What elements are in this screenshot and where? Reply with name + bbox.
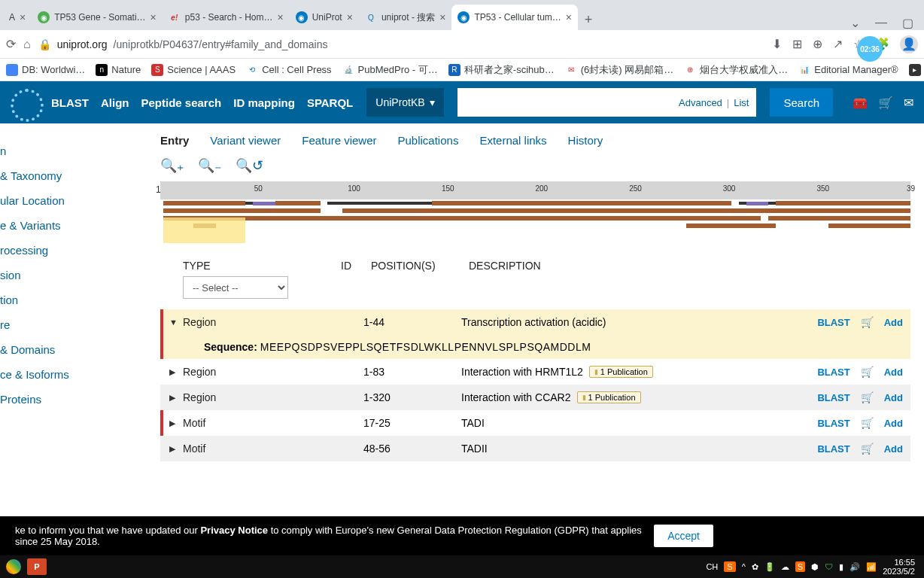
sidebar-item[interactable]: rocessing xyxy=(0,238,147,263)
sidebar-item[interactable]: re xyxy=(0,312,147,337)
volume-icon[interactable]: 🔊 xyxy=(850,562,860,572)
tab-feature-viewer[interactable]: Feature viewer xyxy=(302,134,376,147)
ime-indicator[interactable]: CH xyxy=(706,562,718,571)
table-row[interactable]: ▶ Region 1-320 Interaction with CCAR2 1 … xyxy=(160,385,910,410)
nav-align[interactable]: Align xyxy=(101,96,129,109)
blast-link[interactable]: BLAST xyxy=(817,443,850,455)
close-icon[interactable]: × xyxy=(20,11,26,23)
add-link[interactable]: Add xyxy=(884,418,903,429)
chevron-down-icon[interactable]: ⌄ xyxy=(850,16,860,30)
publication-badge[interactable]: 1 Publication xyxy=(589,366,653,378)
list-link[interactable]: List xyxy=(734,97,749,108)
minimize-icon[interactable]: — xyxy=(875,16,887,30)
blast-link[interactable]: BLAST xyxy=(817,317,850,328)
browser-tab[interactable]: ◉ UniProt × xyxy=(290,5,359,30)
blast-link[interactable]: BLAST xyxy=(817,367,850,378)
bookmark-item[interactable]: nNature xyxy=(96,64,141,76)
nav-peptide[interactable]: Peptide search xyxy=(141,96,222,109)
expand-icon[interactable]: ▶ xyxy=(169,367,183,377)
maximize-icon[interactable]: ▢ xyxy=(902,16,913,30)
sogou-icon[interactable]: S xyxy=(724,561,735,572)
tab-variant-viewer[interactable]: Variant viewer xyxy=(210,134,281,147)
sidebar-item[interactable]: e & Variants xyxy=(0,213,147,238)
uniprot-logo[interactable] xyxy=(11,89,38,116)
sequence-ruler[interactable]: 1 50 100 150 200 250 300 350 39 xyxy=(160,181,910,199)
chrome-app-icon[interactable] xyxy=(6,559,21,574)
basket-icon[interactable]: 🛒 xyxy=(878,96,893,110)
powerpoint-app-icon[interactable]: P xyxy=(27,558,47,575)
add-link[interactable]: Add xyxy=(884,443,903,455)
tray-icon[interactable]: S xyxy=(795,561,805,572)
close-icon[interactable]: × xyxy=(566,11,572,23)
tab-publications[interactable]: Publications xyxy=(398,134,459,147)
tab-entry[interactable]: Entry xyxy=(160,134,189,147)
install-icon[interactable]: ⊞ xyxy=(792,37,802,51)
search-scope-dropdown[interactable]: UniProtKB ▾ xyxy=(366,88,443,117)
profile-icon[interactable]: 👤 xyxy=(900,35,918,53)
browser-tab-active[interactable]: ◉ TP53 - Cellular tum… × xyxy=(451,5,578,30)
chevron-up-icon[interactable]: ^ xyxy=(742,562,746,571)
bookmark-item[interactable]: ▸PubM xyxy=(909,64,924,76)
bookmark-item[interactable]: ✉(6封未读) 网易邮箱… xyxy=(565,63,674,77)
tray-icon[interactable]: ⬢ xyxy=(811,562,819,572)
tray-icon[interactable]: ☁ xyxy=(781,562,789,572)
nav-idmapping[interactable]: ID mapping xyxy=(233,96,295,109)
blast-link[interactable]: BLAST xyxy=(817,418,850,429)
blast-link[interactable]: BLAST xyxy=(817,392,850,403)
home-icon[interactable]: ⌂ xyxy=(23,38,31,51)
publication-badge[interactable]: 1 Publication xyxy=(577,391,641,403)
add-link[interactable]: Add xyxy=(884,367,903,378)
wifi-icon[interactable]: 📶 xyxy=(866,562,877,572)
toolbox-icon[interactable]: 🧰 xyxy=(853,96,868,110)
contact-icon[interactable]: ✉ xyxy=(904,96,913,110)
close-icon[interactable]: × xyxy=(347,11,353,23)
bookmark-item[interactable]: DB: Worldwi… xyxy=(6,64,85,76)
accept-button[interactable]: Accept xyxy=(654,525,713,547)
advanced-link[interactable]: Advanced xyxy=(679,97,722,108)
collapse-icon[interactable]: ▼ xyxy=(169,318,183,327)
browser-tab[interactable]: e! p53 - Search - Hom… × xyxy=(163,5,290,30)
sidebar-item[interactable]: ular Location xyxy=(0,188,147,213)
sidebar-item[interactable]: tion xyxy=(0,287,147,312)
share-icon[interactable]: ↗ xyxy=(833,37,843,51)
search-button[interactable]: Search xyxy=(770,88,833,117)
bookmark-item[interactable]: 📊Editorial Manager® xyxy=(798,64,898,76)
expand-icon[interactable]: ▶ xyxy=(169,418,183,428)
table-row[interactable]: ▶ Motif 17-25 TADI BLAST 🛒 Add xyxy=(160,410,910,436)
url-field[interactable]: 🔒 uniprot.org/uniprotkb/P04637/entry#fam… xyxy=(38,38,764,50)
browser-tab[interactable]: A × xyxy=(3,5,32,30)
sidebar-item[interactable]: n xyxy=(0,138,147,163)
basket-icon[interactable]: 🛒 xyxy=(861,443,874,455)
sidebar-item[interactable]: Proteins xyxy=(0,387,147,412)
browser-tab[interactable]: Q uniprot - 搜索 × xyxy=(359,5,452,30)
zoom-icon[interactable]: ⊕ xyxy=(813,37,822,51)
bookmark-item[interactable]: 🔬PubMedPro - 可… xyxy=(342,63,438,77)
add-link[interactable]: Add xyxy=(884,392,903,403)
sidebar-item[interactable]: & Taxonomy xyxy=(0,163,147,188)
bookmark-item[interactable]: ⊕烟台大学权威准入… xyxy=(684,63,788,77)
sidebar-item[interactable]: ce & Isoforms xyxy=(0,362,147,387)
tray-icon[interactable]: 🛡 xyxy=(825,562,833,571)
tab-external-links[interactable]: External links xyxy=(479,134,546,147)
download-icon[interactable]: ⬇ xyxy=(772,37,782,51)
taskbar-clock[interactable]: 16:55 2023/5/2 xyxy=(883,558,918,576)
sidebar-item[interactable]: & Domains xyxy=(0,337,147,362)
zoom-reset-icon[interactable]: 🔍↺ xyxy=(236,157,263,174)
table-row[interactable]: ▶ Motif 48-56 TADII BLAST 🛒 Add xyxy=(160,436,910,461)
expand-icon[interactable]: ▶ xyxy=(169,444,183,454)
reload-icon[interactable]: ⟳ xyxy=(6,37,16,51)
new-tab-button[interactable]: + xyxy=(578,9,599,30)
expand-icon[interactable]: ▶ xyxy=(169,393,183,403)
tab-history[interactable]: History xyxy=(568,134,603,147)
tray-icon[interactable]: ▮ xyxy=(839,562,843,572)
tray-icon[interactable]: 🔋 xyxy=(764,562,775,572)
nav-sparql[interactable]: SPARQL xyxy=(307,96,353,109)
nav-blast[interactable]: BLAST xyxy=(51,96,89,109)
zoom-in-icon[interactable]: 🔍₊ xyxy=(160,157,184,174)
type-filter-select[interactable]: -- Select -- xyxy=(183,276,288,299)
bookmark-item[interactable]: SScience | AAAS xyxy=(151,64,236,76)
tray-icon[interactable]: ✿ xyxy=(752,562,758,572)
bookmark-item[interactable]: R科研者之家-scihub… xyxy=(448,63,555,77)
basket-icon[interactable]: 🛒 xyxy=(861,316,874,328)
close-icon[interactable]: × xyxy=(439,11,445,23)
